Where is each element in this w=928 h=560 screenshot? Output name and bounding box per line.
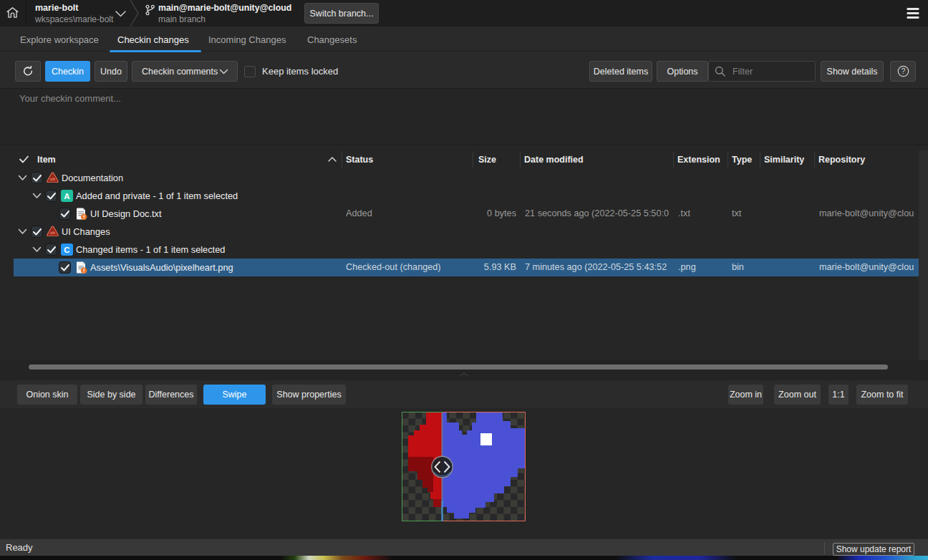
svg-text:ch: ch bbox=[50, 231, 55, 235]
svg-text:ch: ch bbox=[50, 177, 55, 181]
svg-text:?: ? bbox=[901, 67, 905, 75]
